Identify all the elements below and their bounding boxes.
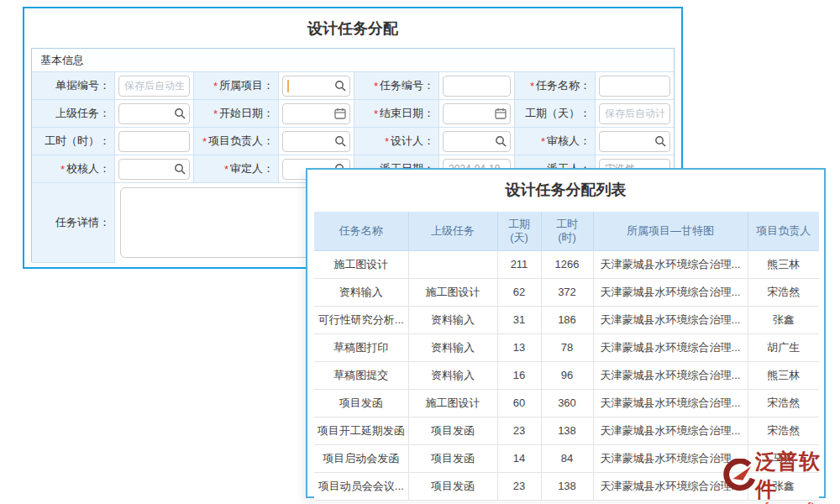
- search-icon-holder[interactable]: [334, 135, 346, 147]
- cell-parent: 施工图设计: [408, 278, 497, 306]
- required-asterisk: *: [213, 108, 218, 120]
- input-wrap: [443, 103, 511, 124]
- field-label-r0c2: *任务编号：: [354, 72, 439, 100]
- cell-days: 16: [497, 361, 541, 389]
- search-icon[interactable]: [174, 108, 186, 119]
- field-label-text: 审定人：: [230, 161, 274, 176]
- required-asterisk: *: [60, 163, 65, 176]
- cell-hours: 84: [541, 444, 593, 472]
- cell-task: 项目开工延期发函: [314, 417, 408, 444]
- cell-parent: [408, 250, 497, 278]
- table-row-6: 项目开工延期发函项目发函23138天津蒙城县水环境综合治理...宋浩然: [314, 417, 819, 444]
- search-icon-holder[interactable]: [334, 80, 346, 92]
- cell-owner: 宋浩然: [748, 389, 819, 417]
- required-asterisk: *: [385, 135, 389, 148]
- watermark-brand: 泛普软件: [755, 448, 840, 503]
- search-icon[interactable]: [334, 135, 346, 147]
- field-cell-r0c1: [279, 72, 354, 100]
- field-label-r1c3: 工期（天）：: [515, 100, 596, 128]
- table-row-5: 项目发函施工图设计60360天津蒙城县水环境综合治理...宋浩然: [314, 389, 819, 417]
- cell-task: 项目发函: [314, 389, 408, 417]
- input-wrap: [282, 131, 350, 152]
- field-cell-r1c0: [115, 100, 194, 128]
- input-wrap: [282, 76, 350, 97]
- date-icon-holder[interactable]: [495, 108, 507, 119]
- field-label-r0c0: 单据编号：: [32, 72, 115, 100]
- input-wrap: [118, 76, 190, 97]
- cell-task: 资料输入: [314, 278, 408, 306]
- field-cell-r2c2: [439, 128, 515, 155]
- calendar-icon[interactable]: [334, 108, 346, 119]
- search-icon-holder[interactable]: [174, 108, 186, 119]
- cell-days: 211: [497, 250, 541, 278]
- field-label-r3c1: *审定人：: [194, 155, 279, 183]
- search-icon-holder[interactable]: [654, 135, 666, 147]
- search-icon-holder[interactable]: [174, 163, 186, 175]
- field-label-text: 工时（时）：: [45, 134, 110, 149]
- field-label-text: 结束日期：: [380, 106, 434, 121]
- project-link[interactable]: 天津蒙城县水环境综合治理...: [593, 361, 748, 389]
- required-asterisk: *: [374, 80, 378, 92]
- required-asterisk: *: [213, 80, 218, 92]
- search-icon-holder[interactable]: [495, 135, 507, 147]
- text-input-r0c0[interactable]: [118, 76, 190, 97]
- project-link[interactable]: 天津蒙城县水环境综合治理...: [593, 333, 748, 361]
- cell-days: 60: [497, 389, 541, 417]
- cell-task: 草稿图打印: [314, 333, 408, 361]
- watermark-url: www.fanpusoft.com: [737, 500, 840, 504]
- cell-days: 14: [497, 444, 541, 472]
- text-input-r1c3[interactable]: [599, 103, 670, 124]
- field-label-r2c1: *项目负责人：: [194, 128, 279, 155]
- field-cell-r2c1: [279, 128, 354, 155]
- project-link[interactable]: 天津蒙城县水环境综合治理...: [593, 389, 748, 417]
- search-icon[interactable]: [174, 163, 186, 175]
- form-title: 设计任务分配: [24, 8, 681, 47]
- project-link[interactable]: 天津蒙城县水环境综合治理...: [593, 278, 748, 306]
- col-header-1: 上级任务: [408, 212, 497, 250]
- required-asterisk: *: [224, 163, 228, 176]
- cell-owner: 熊三林: [748, 250, 819, 278]
- field-cell-r0c3: [596, 72, 674, 100]
- text-input-r0c2[interactable]: [443, 76, 511, 97]
- cell-parent: 资料输入: [408, 361, 497, 389]
- cell-owner: 熊三林: [748, 361, 819, 389]
- task-detail-label-text: 任务详情：: [55, 215, 110, 230]
- table-row-4: 草稿图提交资料输入1696天津蒙城县水环境综合治理...熊三林: [314, 361, 819, 389]
- field-label-r1c2: *结束日期：: [354, 100, 439, 128]
- input-wrap: [282, 103, 350, 124]
- cell-hours: 138: [541, 472, 593, 500]
- cell-owner: 宋浩然: [748, 417, 819, 444]
- text-input-r0c3[interactable]: [599, 76, 670, 97]
- search-icon[interactable]: [495, 135, 507, 147]
- field-label-r1c0: 上级任务：: [32, 100, 115, 128]
- input-wrap: [599, 131, 670, 152]
- required-asterisk: *: [541, 135, 545, 148]
- field-label-r2c3: *审核人：: [515, 128, 596, 155]
- list-title: 设计任务分配列表: [307, 170, 824, 208]
- search-icon[interactable]: [654, 135, 666, 147]
- task-detail-label: 任务详情：: [32, 183, 115, 263]
- project-link[interactable]: 天津蒙城县水环境综合治理...: [593, 417, 748, 444]
- input-wrap: [118, 159, 190, 180]
- cell-parent: 资料输入: [408, 306, 497, 333]
- field-label-r1c1: *开始日期：: [194, 100, 279, 128]
- calendar-icon[interactable]: [495, 108, 507, 119]
- project-link[interactable]: 天津蒙城县水环境综合治理...: [593, 306, 748, 333]
- cell-parent: 项目发函: [408, 444, 497, 472]
- field-label-text: 工期（天）：: [525, 106, 591, 121]
- date-icon-holder[interactable]: [334, 108, 346, 119]
- page: 设计任务分配 基本信息 单据编号：*所属项目：*任务编号：*任务名称：上级任务：…: [0, 0, 840, 504]
- cell-parent: 施工图设计: [408, 389, 497, 417]
- input-wrap: [118, 103, 190, 124]
- field-label-r3c0: *校核人：: [32, 155, 115, 183]
- cell-owner: 宋浩然: [748, 278, 819, 306]
- cell-owner: 胡广生: [748, 333, 819, 361]
- field-cell-r1c1: [279, 100, 354, 128]
- cell-days: 23: [497, 417, 541, 444]
- project-link[interactable]: 天津蒙城县水环境综合治理...: [593, 250, 748, 278]
- text-input-r2c0[interactable]: [118, 131, 190, 152]
- field-label-text: 任务名称：: [536, 78, 591, 93]
- input-wrap: [443, 131, 511, 152]
- search-icon[interactable]: [334, 80, 346, 92]
- required-asterisk: *: [374, 108, 378, 120]
